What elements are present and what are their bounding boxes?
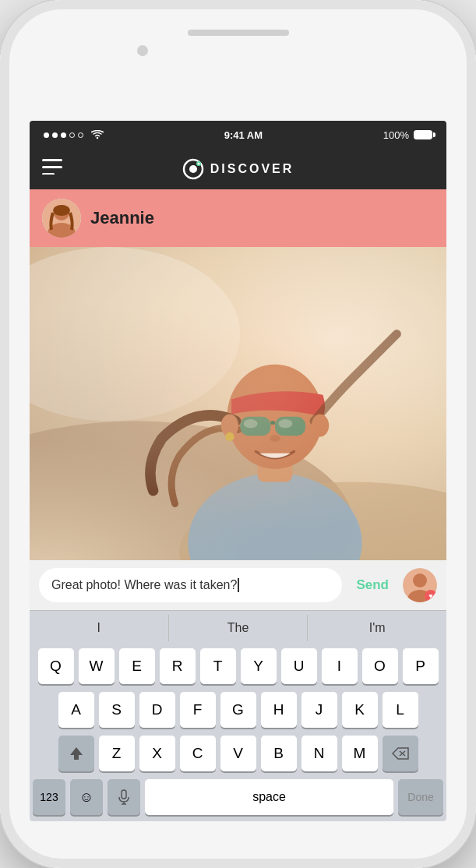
key-f[interactable]: F [180, 692, 216, 728]
signal-area [44, 130, 104, 139]
battery-area: 100% [383, 129, 432, 141]
battery-percentage: 100% [383, 129, 409, 141]
key-i[interactable]: I [322, 648, 358, 684]
send-button[interactable]: Send [350, 577, 395, 593]
svg-point-6 [197, 163, 199, 165]
key-b[interactable]: B [261, 736, 297, 771]
autocomplete-item-2[interactable]: The [169, 615, 309, 641]
shift-key[interactable] [58, 736, 94, 771]
svg-rect-1 [42, 166, 62, 168]
phone-frame: 9:41 AM 100% [0, 0, 476, 868]
backspace-key[interactable] [383, 736, 418, 771]
keyboard-row-1: Q W E R T Y U I O P [30, 644, 446, 688]
key-d[interactable]: D [139, 692, 175, 728]
user-avatar[interactable] [42, 199, 81, 238]
mic-key[interactable] [108, 779, 140, 815]
signal-dot-3 [61, 132, 66, 138]
key-n[interactable]: N [301, 736, 337, 771]
autocomplete-bar: I The I'm [30, 610, 446, 644]
key-g[interactable]: G [220, 692, 256, 728]
key-r[interactable]: R [160, 648, 196, 684]
screen: 9:41 AM 100% [30, 121, 446, 821]
status-bar: 9:41 AM 100% [30, 121, 446, 149]
key-l[interactable]: L [383, 692, 418, 728]
battery-icon [414, 130, 432, 139]
message-area: Great photo! Where was it taken? Send ♥ [30, 560, 446, 610]
key-s[interactable]: S [99, 692, 135, 728]
key-h[interactable]: H [261, 692, 297, 728]
user-card-header: Jeannie [30, 189, 446, 247]
wifi-icon [91, 130, 104, 139]
key-v[interactable]: V [220, 736, 256, 771]
svg-marker-30 [70, 747, 83, 760]
num-key[interactable]: 123 [33, 779, 65, 815]
key-p[interactable]: P [403, 648, 439, 684]
text-cursor [238, 578, 239, 592]
key-t[interactable]: T [200, 648, 236, 684]
key-y[interactable]: Y [241, 648, 277, 684]
message-text: Great photo! Where was it taken? [51, 578, 237, 592]
message-input[interactable]: Great photo! Where was it taken? [39, 568, 342, 602]
nav-center: DISCOVER [182, 158, 294, 180]
key-k[interactable]: K [342, 692, 378, 728]
autocomplete-item-3[interactable]: I'm [308, 615, 446, 641]
signal-dot-4 [69, 132, 75, 138]
key-j[interactable]: J [301, 692, 337, 728]
user-name: Jeannie [90, 208, 154, 228]
phone-top-bar [0, 0, 476, 121]
keyboard-row-2: A S D F G H J K L [30, 688, 446, 732]
menu-icon[interactable] [42, 159, 62, 179]
keyboard: Q W E R T Y U I O P A S D F G H J K [30, 644, 446, 821]
done-key[interactable]: Done [398, 779, 443, 815]
heart-badge: ♥ [425, 590, 437, 602]
autocomplete-item-1[interactable]: I [30, 615, 169, 641]
key-o[interactable]: O [362, 648, 398, 684]
key-z[interactable]: Z [99, 736, 135, 771]
key-c[interactable]: C [180, 736, 216, 771]
signal-dot-1 [44, 132, 49, 138]
svg-rect-2 [42, 173, 55, 175]
key-a[interactable]: A [58, 692, 94, 728]
speaker-grill [188, 30, 289, 36]
keyboard-bottom-row: 123 ☺ space Done [30, 775, 446, 821]
status-time: 9:41 AM [224, 129, 263, 141]
svg-rect-33 [122, 790, 126, 799]
svg-rect-0 [42, 159, 62, 161]
key-w[interactable]: W [79, 648, 115, 684]
photo-overlay [30, 247, 446, 560]
key-u[interactable]: U [281, 648, 317, 684]
signal-dot-2 [52, 132, 58, 138]
profile-photo [30, 247, 446, 560]
space-key[interactable]: space [145, 779, 393, 815]
key-x[interactable]: X [139, 736, 175, 771]
svg-point-28 [413, 573, 427, 587]
svg-point-4 [189, 165, 197, 173]
app-logo-icon [182, 158, 204, 180]
phone-bottom [0, 821, 476, 868]
nav-title: DISCOVER [210, 162, 294, 176]
battery-fill [414, 131, 432, 139]
key-m[interactable]: M [342, 736, 378, 771]
key-e[interactable]: E [119, 648, 155, 684]
nav-bar: DISCOVER [30, 149, 446, 189]
keyboard-row-3: Z X C V B N M [30, 732, 446, 775]
emoji-key[interactable]: ☺ [70, 779, 103, 815]
camera-dot [137, 45, 148, 56]
key-q[interactable]: Q [38, 648, 74, 684]
signal-dot-5 [78, 132, 83, 138]
my-avatar: ♥ [403, 568, 437, 602]
svg-point-10 [53, 205, 70, 216]
